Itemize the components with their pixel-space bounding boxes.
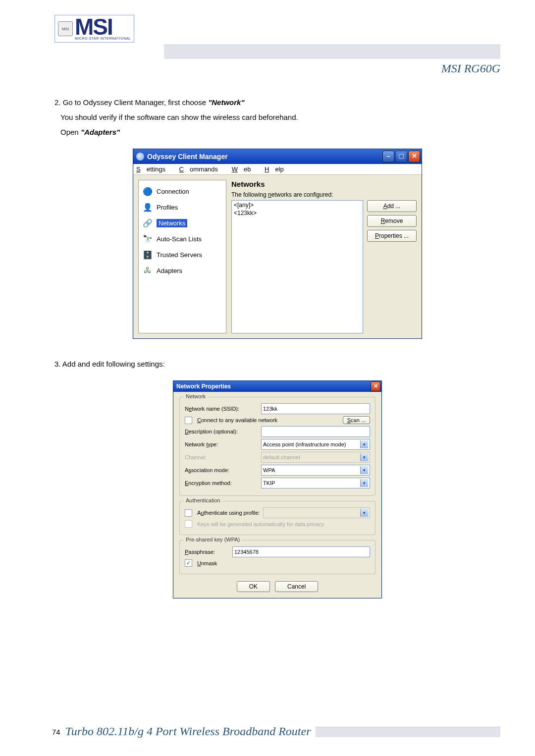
networks-listbox[interactable]: <[any]> <123kk>	[231, 200, 363, 333]
ssid-input[interactable]	[261, 403, 370, 414]
auth-profile-checkbox[interactable]	[185, 509, 192, 517]
properties-button[interactable]: Properties ...	[367, 230, 417, 242]
sidebar-item-autoscan[interactable]: 🔭 Auto-Scan Lists	[141, 231, 224, 247]
logo-subtext: MICRO-STAR INTERNATIONAL	[75, 37, 131, 40]
connect-any-checkbox[interactable]	[185, 417, 192, 424]
desc-label: Description (optional):	[185, 429, 258, 434]
adapters-icon: 🖧	[142, 266, 154, 275]
keys-auto-checkbox	[185, 520, 192, 528]
footer-title: Turbo 802.11b/g 4 Port Wireless Broadban…	[65, 725, 311, 739]
group-legend: Authentication	[184, 497, 222, 503]
type-label: Network type:	[185, 441, 258, 447]
list-item[interactable]: <[any]>	[234, 202, 361, 210]
menu-help[interactable]: Help	[265, 165, 290, 173]
autoscan-icon: 🔭	[142, 234, 154, 244]
connection-icon: 🔵	[142, 186, 154, 196]
list-item[interactable]: <123kk>	[234, 210, 361, 217]
assoc-label: Association mode:	[185, 467, 258, 473]
header-divider	[164, 45, 500, 59]
sidebar: 🔵 Connection 👤 Profiles 🔗 Networks 🔭 Aut…	[138, 180, 226, 333]
step2-line1: 2. Go to Odyssey Client Manager, first c…	[54, 95, 500, 110]
networks-icon: 🔗	[142, 218, 154, 228]
panel-subheading: The following networks are configured:	[231, 191, 417, 198]
assoc-select[interactable]: WPA▾	[261, 465, 370, 476]
desc-input[interactable]	[261, 426, 370, 437]
auth-profile-label: Authenticate using profile:	[197, 510, 260, 516]
passphrase-input[interactable]	[232, 546, 370, 557]
passphrase-label: Passphrase:	[185, 549, 229, 555]
sidebar-item-profiles[interactable]: 👤 Profiles	[141, 199, 224, 215]
profiles-icon: 👤	[142, 202, 154, 212]
network-properties-window: Network Properties ✕ Network Network nam…	[173, 380, 382, 598]
window-title: Network Properties	[176, 383, 231, 390]
group-legend: Network	[184, 393, 208, 399]
unmask-checkbox[interactable]	[185, 559, 192, 567]
titlebar[interactable]: Network Properties ✕	[173, 381, 381, 392]
page-number: 74	[52, 728, 60, 736]
titlebar[interactable]: Odyssey Client Manager – ▢ ✕	[133, 149, 422, 164]
close-button[interactable]: ✕	[371, 381, 380, 391]
enc-label: Encryption method:	[185, 480, 258, 486]
unmask-label: Unmask	[197, 560, 217, 566]
scan-button[interactable]: Scan ...	[343, 416, 370, 424]
menubar: Settings Commands Web Help	[133, 164, 422, 175]
footer-divider	[316, 727, 500, 737]
msi-logo: MSI MSI MICRO-STAR INTERNATIONAL	[54, 15, 134, 43]
chevron-down-icon: ▾	[360, 479, 368, 487]
sidebar-item-adapters[interactable]: 🖧 Adapters	[141, 263, 224, 278]
step2-line2: You should verify if the software can sh…	[54, 110, 500, 125]
chevron-down-icon: ▾	[360, 453, 368, 461]
minimize-button[interactable]: –	[382, 151, 394, 162]
keys-auto-label: Keys will be generated automatically for…	[197, 521, 324, 527]
ssid-label: Network name (SSID):	[185, 406, 258, 412]
remove-button[interactable]: Remove	[367, 215, 417, 227]
menu-web[interactable]: Web	[232, 165, 257, 173]
connect-any-label: Connect to any available network	[197, 417, 277, 423]
add-button[interactable]: Add ...	[367, 200, 417, 212]
menu-commands[interactable]: Commands	[179, 165, 224, 173]
sidebar-item-connection[interactable]: 🔵 Connection	[141, 183, 224, 199]
window-title: Odyssey Client Manager	[147, 153, 228, 161]
enc-select[interactable]: TKIP▾	[261, 478, 370, 488]
ok-button[interactable]: OK	[237, 581, 270, 592]
group-psk: Pre-shared key (WPA) Passphrase: Unmask	[179, 540, 375, 574]
step3: 3. Add and edit following settings:	[54, 357, 500, 372]
group-network: Network Network name (SSID): Connect to …	[179, 397, 375, 496]
group-legend: Pre-shared key (WPA)	[184, 537, 242, 542]
cancel-button[interactable]: Cancel	[275, 581, 318, 592]
product-name: MSI RG60G	[164, 62, 500, 75]
close-button[interactable]: ✕	[408, 151, 420, 162]
trusted-icon: 🗄️	[142, 250, 154, 260]
logo-badge-icon: MSI	[58, 21, 73, 36]
auth-profile-select: ▾	[263, 507, 370, 518]
channel-label: Channel:	[185, 454, 258, 460]
sidebar-item-networks[interactable]: 🔗 Networks	[141, 215, 224, 231]
chevron-down-icon: ▾	[360, 440, 368, 448]
logo-text: MSI	[75, 17, 131, 37]
maximize-button[interactable]: ▢	[395, 151, 407, 162]
channel-select: default channel▾	[261, 452, 370, 463]
step2-line3: Open "Adapters"	[54, 125, 500, 140]
chevron-down-icon: ▾	[360, 509, 368, 517]
chevron-down-icon: ▾	[360, 466, 368, 474]
menu-settings[interactable]: Settings	[136, 165, 171, 173]
type-select[interactable]: Access point (infrastructure mode)▾	[261, 439, 370, 450]
odyssey-client-window: Odyssey Client Manager – ▢ ✕ Settings Co…	[133, 149, 422, 339]
group-authentication: Authentication Authenticate using profil…	[179, 501, 375, 535]
app-icon	[136, 153, 144, 161]
panel-heading: Networks	[231, 180, 417, 188]
sidebar-item-trusted[interactable]: 🗄️ Trusted Servers	[141, 247, 224, 263]
